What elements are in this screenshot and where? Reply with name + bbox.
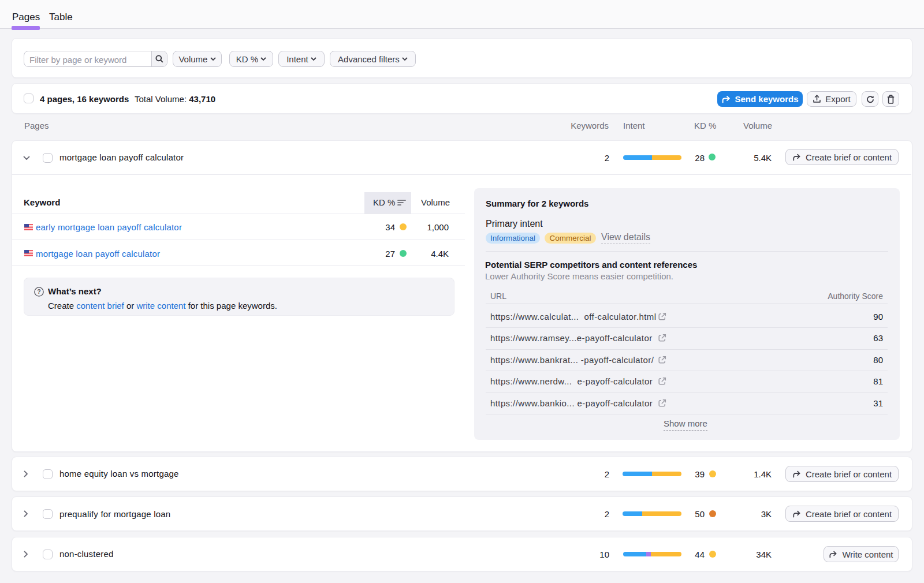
svg-text:?: ? — [37, 288, 40, 295]
